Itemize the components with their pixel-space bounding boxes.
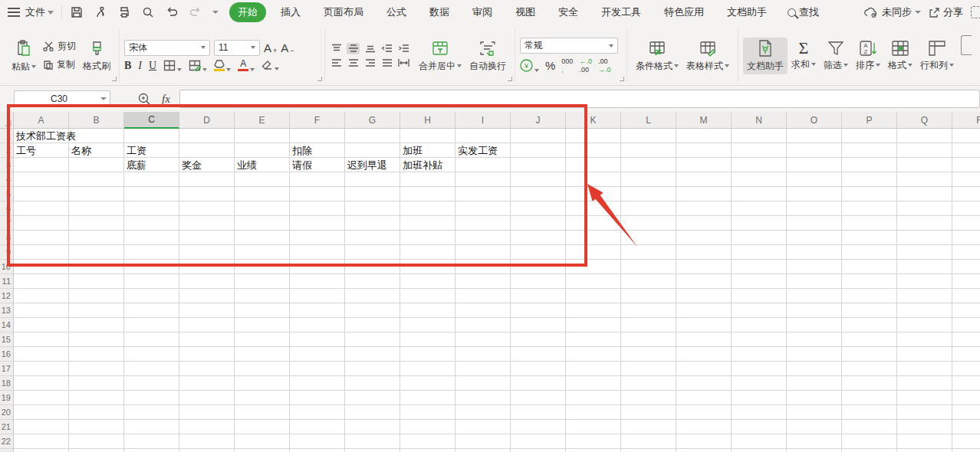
cell-L4[interactable]: [621, 172, 676, 187]
share-button[interactable]: 分享: [929, 5, 963, 19]
cell-E5[interactable]: [235, 187, 290, 201]
cell-D8[interactable]: [179, 231, 235, 245]
row-header-21[interactable]: 21: [0, 420, 14, 434]
font-name-select[interactable]: 宋体: [124, 40, 210, 56]
cell-C1[interactable]: [124, 129, 179, 143]
print-preview-icon[interactable]: [141, 5, 155, 19]
cell-D7[interactable]: [179, 216, 235, 231]
cell-E3[interactable]: 业绩: [235, 158, 290, 172]
cell-O14[interactable]: [787, 318, 842, 332]
cell-A10[interactable]: [14, 260, 69, 274]
cell-F11[interactable]: [290, 274, 345, 289]
cell-J6[interactable]: [511, 201, 566, 216]
cell-D11[interactable]: [179, 274, 235, 289]
cell-F9[interactable]: [290, 245, 345, 260]
chevron-down-icon[interactable]: [48, 11, 54, 15]
cell-P23[interactable]: [842, 449, 897, 452]
cell-R2[interactable]: [952, 143, 980, 158]
cell-Q3[interactable]: [897, 158, 952, 172]
cell-O13[interactable]: [787, 303, 842, 318]
cell-H15[interactable]: [400, 332, 455, 347]
cell-R20[interactable]: [952, 405, 980, 420]
cell-F21[interactable]: [290, 420, 345, 434]
column-header-M[interactable]: M: [676, 112, 732, 129]
cell-H8[interactable]: [400, 231, 455, 245]
cell-L23[interactable]: [621, 449, 676, 452]
increase-indent-button[interactable]: [397, 43, 410, 54]
cell-C18[interactable]: [124, 376, 179, 391]
cell-O23[interactable]: [787, 449, 842, 452]
cell-M18[interactable]: [676, 376, 732, 391]
cell-C12[interactable]: [124, 289, 179, 303]
cell-L7[interactable]: [621, 216, 676, 231]
cell-P2[interactable]: [842, 143, 897, 158]
column-header-R[interactable]: R: [952, 112, 980, 129]
cell-M1[interactable]: [676, 129, 732, 143]
cell-N18[interactable]: [732, 376, 787, 391]
cell-I10[interactable]: [455, 260, 511, 274]
cell-E12[interactable]: [235, 289, 290, 303]
menu-tab-6[interactable]: 视图: [507, 2, 544, 22]
cell-Q9[interactable]: [897, 245, 952, 260]
cell-N6[interactable]: [732, 201, 787, 216]
cell-L14[interactable]: [621, 318, 676, 332]
cell-K15[interactable]: [566, 332, 621, 347]
align-top-button[interactable]: [330, 43, 343, 54]
cell-D1[interactable]: [179, 129, 235, 143]
cell-P12[interactable]: [842, 289, 897, 303]
cell-N3[interactable]: [732, 158, 787, 172]
sync-status-button[interactable]: 未同步: [864, 5, 921, 19]
cell-B10[interactable]: [69, 260, 124, 274]
cell-B14[interactable]: [69, 318, 124, 332]
cell-F12[interactable]: [290, 289, 345, 303]
cell-D2[interactable]: [179, 143, 235, 158]
cell-H18[interactable]: [400, 376, 455, 391]
align-bottom-button[interactable]: [363, 43, 377, 54]
cell-K13[interactable]: [566, 303, 621, 318]
cell-J15[interactable]: [511, 332, 566, 347]
cell-J1[interactable]: [511, 129, 566, 143]
cell-I13[interactable]: [455, 303, 511, 318]
cell-G14[interactable]: [345, 318, 400, 332]
cell-M19[interactable]: [676, 391, 732, 405]
cell-Q1[interactable]: [897, 129, 952, 143]
group-expander[interactable]: [620, 77, 624, 81]
cell-O2[interactable]: [787, 143, 842, 158]
cell-N10[interactable]: [732, 260, 787, 274]
cell-F6[interactable]: [290, 201, 345, 216]
cell-A22[interactable]: [14, 434, 69, 449]
cell-Q21[interactable]: [897, 420, 952, 434]
column-header-L[interactable]: L: [621, 112, 676, 129]
cell-A5[interactable]: [14, 187, 69, 201]
cell-N8[interactable]: [732, 231, 787, 245]
highlight-color-button[interactable]: [214, 60, 231, 71]
cell-O4[interactable]: [787, 172, 842, 187]
cell-I19[interactable]: [455, 391, 511, 405]
cell-E16[interactable]: [235, 347, 290, 362]
cell-K20[interactable]: [566, 405, 621, 420]
cell-M9[interactable]: [676, 245, 732, 260]
cell-I4[interactable]: [455, 172, 511, 187]
cell-P18[interactable]: [842, 376, 897, 391]
cell-F3[interactable]: 请假: [290, 158, 345, 172]
cell-K18[interactable]: [566, 376, 621, 391]
cell-L11[interactable]: [621, 274, 676, 289]
cell-C23[interactable]: [124, 449, 179, 452]
cell-H16[interactable]: [400, 347, 455, 362]
cell-B16[interactable]: [69, 347, 124, 362]
cell-N13[interactable]: [732, 303, 787, 318]
cell-I11[interactable]: [455, 274, 511, 289]
cell-K12[interactable]: [566, 289, 621, 303]
cell-O22[interactable]: [787, 434, 842, 449]
clipped-ribbon-icon[interactable]: [961, 35, 972, 55]
cell-P19[interactable]: [842, 391, 897, 405]
cell-J19[interactable]: [511, 391, 566, 405]
cell-H3[interactable]: 加班补贴: [400, 158, 455, 172]
cell-A19[interactable]: [14, 391, 69, 405]
column-header-N[interactable]: N: [732, 112, 787, 129]
cell-H14[interactable]: [400, 318, 455, 332]
cell-Q7[interactable]: [897, 216, 952, 231]
save-icon[interactable]: [70, 5, 84, 19]
cell-Q13[interactable]: [897, 303, 952, 318]
cell-L17[interactable]: [621, 362, 676, 376]
